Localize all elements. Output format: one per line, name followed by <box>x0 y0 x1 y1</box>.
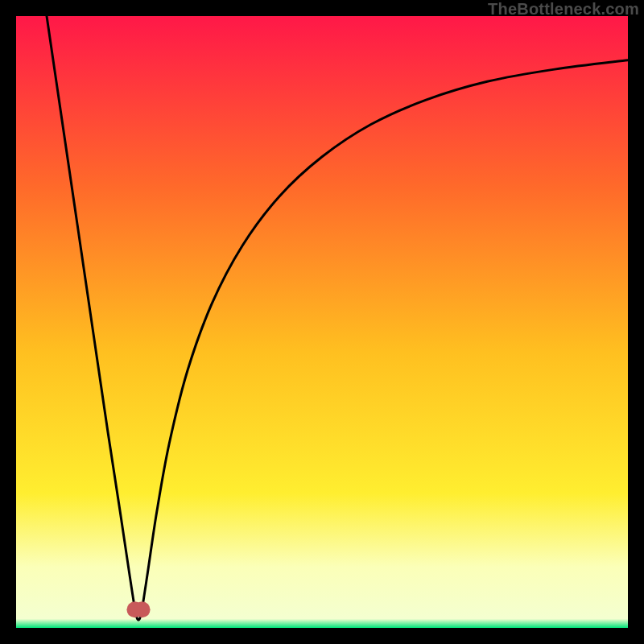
bottleneck-curve <box>47 16 628 620</box>
plot-layer <box>16 16 628 628</box>
chart-frame <box>16 16 628 628</box>
valley-markers <box>126 601 150 617</box>
valley-marker <box>134 601 151 617</box>
